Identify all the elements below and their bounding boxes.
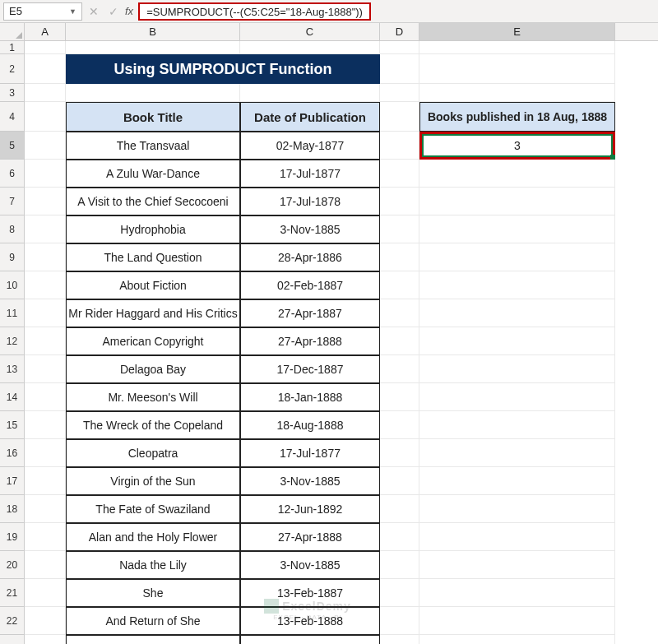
header-result[interactable]: Books published in 18 Aug, 1888 [419, 102, 615, 132]
cell-book-title[interactable]: Mr. Meeson's Will [66, 383, 240, 411]
cell-pub-date[interactable]: 18-Jan-1888 [240, 383, 380, 411]
cell[interactable] [380, 355, 419, 383]
row-header-9[interactable]: 9 [0, 243, 25, 271]
cell-book-title[interactable]: Nada the Lily [66, 551, 240, 579]
cell[interactable] [380, 439, 419, 467]
cell[interactable] [25, 355, 66, 383]
cell-book-title[interactable]: Alan and the Holy Flower [66, 523, 240, 551]
cell[interactable] [380, 467, 419, 495]
cell[interactable] [380, 271, 419, 299]
cell[interactable] [25, 467, 66, 495]
cell-book-title[interactable]: Hydrophobia [66, 215, 240, 243]
cell-pub-date[interactable]: 02-Feb-1887 [240, 271, 380, 299]
row-header-18[interactable]: 18 [0, 495, 25, 523]
cell-pub-date[interactable]: 17-Jul-1878 [240, 188, 380, 215]
cell[interactable] [380, 84, 419, 102]
row-header-20[interactable]: 20 [0, 551, 25, 579]
row-header-8[interactable]: 8 [0, 215, 25, 243]
cell[interactable] [419, 215, 615, 243]
cell-book-title[interactable]: And Return of She [66, 607, 240, 635]
cell[interactable] [66, 41, 240, 54]
row-header-19[interactable]: 19 [0, 523, 25, 551]
row-header-16[interactable]: 16 [0, 439, 25, 467]
cell[interactable] [380, 383, 419, 411]
formula-input[interactable]: =SUMPRODUCT(--(C5:C25="18-Aug-1888")) [138, 2, 371, 21]
cell[interactable] [25, 102, 66, 132]
cell[interactable] [380, 160, 419, 188]
cell[interactable] [240, 41, 380, 54]
col-header-e[interactable]: E [419, 23, 615, 40]
select-all-corner[interactable] [0, 23, 25, 40]
cell[interactable] [25, 383, 66, 411]
cell-pub-date[interactable]: 02-May-1877 [240, 132, 380, 160]
col-header-c[interactable]: C [240, 23, 380, 40]
cell[interactable] [419, 467, 615, 495]
col-header-b[interactable]: B [66, 23, 240, 40]
cell[interactable] [419, 41, 615, 54]
col-header-d[interactable]: D [380, 23, 419, 40]
cell[interactable] [380, 607, 419, 635]
col-header-a[interactable]: A [25, 23, 66, 40]
enter-icon[interactable]: ✓ [109, 5, 118, 18]
row-header-1[interactable]: 1 [0, 41, 25, 54]
cell[interactable] [25, 84, 66, 102]
cell-book-title[interactable]: The Transvaal [66, 132, 240, 160]
cell-pub-date[interactable]: 27-Apr-1887 [240, 299, 380, 327]
row-header-23[interactable]: 23 [0, 635, 25, 644]
cell-pub-date[interactable]: 17-Jul-1877 [240, 160, 380, 188]
cell-book-title[interactable]: Delagoa Bay [66, 355, 240, 383]
cell[interactable] [25, 188, 66, 215]
cell[interactable] [380, 579, 419, 607]
row-header-14[interactable]: 14 [0, 383, 25, 411]
cell-book-title[interactable]: A Visit to the Chief Secocoeni [66, 188, 240, 215]
row-header-15[interactable]: 15 [0, 411, 25, 439]
cell[interactable] [25, 215, 66, 243]
cell[interactable] [380, 215, 419, 243]
cell[interactable] [25, 54, 66, 84]
header-book-title[interactable]: Book Title [66, 102, 240, 132]
cell[interactable] [25, 607, 66, 635]
cell[interactable] [25, 132, 66, 160]
row-header-17[interactable]: 17 [0, 467, 25, 495]
cell-book-title[interactable]: A Zulu War-Dance [66, 160, 240, 188]
cell[interactable] [380, 132, 419, 160]
cell[interactable] [419, 439, 615, 467]
name-box-dropdown-icon[interactable]: ▼ [69, 7, 76, 16]
cell[interactable] [419, 84, 615, 102]
cell[interactable] [240, 84, 380, 102]
cell-pub-date[interactable]: 12-Jun-1892 [240, 495, 380, 523]
title-banner[interactable]: Using SUMPRODUCT Function [66, 54, 380, 84]
cell[interactable] [419, 383, 615, 411]
cell[interactable] [380, 41, 419, 54]
cell-result-selected[interactable]: 3 [419, 132, 615, 160]
cell[interactable] [419, 271, 615, 299]
cell-pub-date[interactable]: 13-Feb-1887 [240, 579, 380, 607]
cell-pub-date[interactable]: 18-Aug-1888 [240, 411, 380, 439]
cell[interactable] [419, 579, 615, 607]
cell[interactable] [25, 160, 66, 188]
cell[interactable] [25, 299, 66, 327]
row-header-10[interactable]: 10 [0, 271, 25, 299]
cell-pub-date[interactable]: 3-Nov-1885 [240, 467, 380, 495]
row-header-12[interactable]: 12 [0, 327, 25, 355]
cell[interactable] [380, 635, 419, 644]
cell[interactable] [66, 84, 240, 102]
cell[interactable] [25, 439, 66, 467]
cell-pub-date[interactable]: 13-Feb-1888 [240, 607, 380, 635]
cell[interactable] [419, 160, 615, 188]
cell-pub-date[interactable]: 28-Apr-1886 [240, 243, 380, 271]
cell[interactable] [380, 102, 419, 132]
cell[interactable] [25, 327, 66, 355]
row-header-5[interactable]: 5 [0, 132, 25, 160]
cell[interactable] [419, 355, 615, 383]
cell[interactable] [380, 54, 419, 84]
row-header-7[interactable]: 7 [0, 188, 25, 215]
cell-book-title[interactable]: The People of the Mist [66, 635, 240, 644]
cell-book-title[interactable]: The Wreck of the Copeland [66, 411, 240, 439]
cell[interactable] [25, 411, 66, 439]
cell[interactable] [380, 523, 419, 551]
cell[interactable] [380, 495, 419, 523]
cell[interactable] [25, 41, 66, 54]
fx-label[interactable]: fx [125, 5, 133, 17]
cell[interactable] [419, 243, 615, 271]
